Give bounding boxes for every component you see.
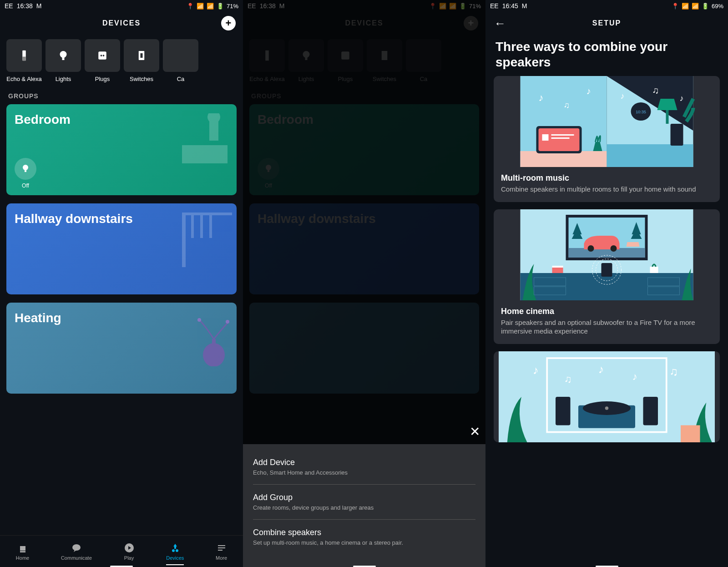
svg-rect-17 [200, 215, 203, 238]
screen-devices-sheet: EE16:38M 📍📶📶🔋71% DEVICES+ Echo & Alexa L… [243, 0, 485, 567]
svg-rect-13 [25, 170, 26, 172]
svg-point-6 [103, 55, 105, 56]
nav-more[interactable]: More [216, 542, 227, 561]
category-switches[interactable]: Switches [124, 39, 159, 82]
svg-rect-63 [602, 263, 612, 277]
nav-home[interactable]: Home [16, 542, 29, 561]
svg-rect-9 [182, 145, 228, 163]
svg-rect-4 [98, 51, 106, 60]
bulb-toggle[interactable]: Off [15, 158, 36, 189]
battery-pct: 71% [227, 3, 238, 10]
svg-rect-24 [20, 551, 25, 552]
category-label: Ca [177, 76, 185, 82]
svg-rect-31 [218, 550, 222, 551]
gmail-icon: M [522, 2, 527, 10]
category-label: Plugs [95, 76, 110, 82]
svg-text:10:35: 10:35 [636, 110, 646, 114]
svg-text:♪: ♪ [539, 92, 544, 103]
chat-icon [71, 542, 82, 553]
svg-rect-66 [552, 268, 563, 273]
back-button[interactable]: ← [493, 16, 507, 30]
nav-play[interactable]: Play [124, 542, 135, 561]
status-bar: EE 16:38 M 📍 📶 📶 🔋 71% [0, 0, 243, 12]
nav-communicate[interactable]: Communicate [61, 542, 92, 561]
group-heating[interactable]: Heating [6, 303, 237, 394]
bulb-state: Off [22, 182, 29, 189]
status-bar: EE16:45M 📍📶📶🔋69% [485, 0, 728, 12]
bottom-sheet: ✕ Add Device Echo, Smart Home and Access… [243, 444, 485, 567]
svg-point-22 [226, 320, 229, 324]
svg-rect-67 [552, 266, 563, 268]
stereo-illustration: ♪ ♫ ♪ ♪ ♫ [494, 351, 720, 442]
page-title: DEVICES [102, 19, 141, 27]
echo-icon [17, 49, 31, 62]
setup-heading: Three ways to combine your speakers [485, 35, 728, 76]
svg-point-2 [60, 51, 67, 58]
svg-rect-40 [521, 151, 607, 167]
svg-rect-49 [666, 110, 669, 124]
play-icon [124, 542, 135, 553]
svg-rect-3 [62, 57, 65, 60]
close-icon[interactable]: ✕ [470, 424, 480, 439]
svg-text:♫: ♫ [652, 85, 659, 95]
home-icon [17, 542, 28, 553]
card-homecinema[interactable]: Home cinema Pair speakers and an optiona… [494, 209, 720, 344]
card-title: Multi-room music [501, 173, 713, 183]
carrier: EE [5, 2, 13, 10]
bulb-icon [56, 49, 70, 62]
svg-text:♪: ♪ [621, 91, 625, 101]
bulb-icon [20, 163, 31, 174]
add-button[interactable]: + [221, 16, 236, 30]
signal-icon: 📶 [207, 3, 214, 10]
nav-devices[interactable]: Devices [166, 542, 184, 561]
svg-text:♪: ♪ [598, 362, 604, 375]
sheet-add-group[interactable]: Add Group Create rooms, device groups an… [253, 484, 475, 519]
devices-icon [170, 542, 181, 553]
svg-point-61 [588, 245, 594, 252]
card-multiroom[interactable]: 10:35 ♪ ♫ ♪ ♪ ♫ ♪ Multi-room music Combi… [494, 76, 720, 202]
svg-rect-29 [218, 545, 225, 546]
svg-rect-20 [212, 339, 216, 348]
plug-icon [96, 49, 109, 62]
category-lights[interactable]: Lights [46, 39, 81, 82]
sheet-combine-speakers[interactable]: Combine speakers Set up multi-room music… [253, 519, 475, 554]
status-time: 16:38 [17, 2, 33, 10]
svg-rect-78 [556, 397, 571, 425]
group-bedroom[interactable]: Bedroom Off [6, 104, 237, 195]
categories-row: Echo & Alexa Lights Plugs Switches Ca [0, 35, 243, 85]
bottom-nav: Home Communicate Play Devices More [0, 535, 243, 567]
group-hallway[interactable]: Hallway downstairs [6, 203, 237, 294]
battery-icon: 🔋 [217, 3, 224, 10]
category-echo[interactable]: Echo & Alexa [6, 39, 42, 82]
svg-rect-18 [209, 215, 212, 238]
svg-rect-14 [182, 213, 186, 267]
card-stereo[interactable]: ♪ ♫ ♪ ♪ ♫ [494, 351, 720, 442]
svg-point-25 [72, 544, 81, 551]
svg-rect-85 [681, 425, 700, 442]
svg-point-27 [172, 549, 175, 552]
svg-text:♫: ♫ [669, 364, 678, 377]
category-plugs[interactable]: Plugs [85, 39, 120, 82]
location-icon: 📍 [187, 3, 194, 10]
page-title: SETUP [592, 19, 621, 27]
svg-rect-44 [542, 134, 549, 141]
multiroom-illustration: 10:35 ♪ ♫ ♪ ♪ ♫ ♪ [494, 76, 720, 167]
svg-rect-23 [20, 546, 25, 551]
svg-text:♪: ♪ [632, 370, 637, 382]
sheet-add-device[interactable]: Add Device Echo, Smart Home and Accessor… [253, 450, 475, 484]
groups-heading: GROUPS [0, 85, 243, 104]
svg-text:♫: ♫ [564, 373, 572, 385]
bedroom-decor [177, 113, 232, 168]
homecinema-illustration [494, 209, 720, 300]
svg-rect-68 [650, 267, 658, 273]
svg-rect-1 [22, 57, 26, 61]
svg-point-21 [197, 318, 201, 322]
card-desc: Combine speakers in multiple rooms to fi… [501, 185, 713, 194]
category-label: Switches [130, 76, 153, 82]
svg-rect-30 [218, 547, 225, 548]
more-icon [216, 542, 227, 553]
category-cameras[interactable]: Ca [163, 39, 198, 82]
svg-rect-41 [607, 144, 693, 167]
gmail-icon: M [36, 2, 42, 10]
svg-point-77 [605, 406, 609, 410]
